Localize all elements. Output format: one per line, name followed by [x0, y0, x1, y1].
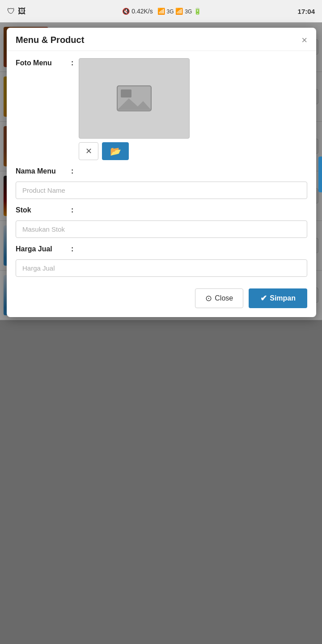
mute-icon: 🔇 [122, 8, 130, 15]
foto-menu-row: Foto Menu : ✕ 📂 [16, 58, 307, 160]
battery-icon: 🔋 [194, 8, 201, 15]
modal-footer: ⊙ Close ✔ Simpan [7, 284, 316, 308]
modal-title: Menu & Product [16, 35, 84, 45]
close-icon: ⊙ [205, 293, 212, 303]
foto-menu-label: Foto Menu [16, 58, 69, 67]
image-placeholder-icon [116, 84, 152, 113]
foto-menu-colon: : [71, 58, 73, 67]
menu-product-modal: Menu & Product × Foto Menu : ✕ [7, 28, 316, 317]
stok-input[interactable] [16, 220, 307, 238]
signal-3g-2: 3G [185, 8, 192, 15]
stok-label: Stok [16, 205, 69, 214]
modal-close-button[interactable]: × [301, 35, 307, 45]
close-label: Close [215, 294, 233, 302]
nama-menu-colon: : [71, 166, 73, 175]
harga-jual-colon: : [71, 244, 73, 253]
nama-menu-label: Nama Menu [16, 166, 69, 175]
status-bar: 🛡 🖼 🔇 0.42K/s 📶 3G 📶 3G 🔋 17:04 [0, 0, 322, 22]
close-button[interactable]: ⊙ Close [195, 288, 243, 308]
status-center: 🔇 0.42K/s 📶 3G 📶 3G 🔋 [122, 8, 201, 15]
svg-rect-1 [121, 89, 131, 97]
wifi-icon: 📶 [157, 8, 165, 15]
time-display: 17:04 [298, 8, 315, 15]
simpan-icon: ✔ [260, 293, 267, 303]
remove-image-button[interactable]: ✕ [79, 142, 98, 160]
status-left: 🛡 🖼 [7, 7, 26, 16]
stok-colon: : [71, 205, 73, 214]
simpan-button[interactable]: ✔ Simpan [249, 288, 307, 308]
signal-3g: 3G [167, 8, 174, 15]
product-name-input[interactable] [16, 182, 307, 199]
speed-indicator: 0.42K/s [131, 8, 153, 15]
stok-row: Stok : [16, 205, 307, 214]
image-icon: 🖼 [18, 7, 26, 16]
harga-jual-label: Harga Jual [16, 244, 69, 253]
modal-header: Menu & Product × [7, 28, 316, 51]
simpan-label: Simpan [270, 294, 296, 302]
upload-image-button[interactable]: 📂 [102, 142, 129, 160]
signal-bars: 📶 [175, 8, 183, 15]
image-preview [79, 58, 190, 139]
status-right: 17:04 [298, 8, 315, 15]
modal-body: Foto Menu : ✕ 📂 [7, 51, 316, 284]
harga-jual-input[interactable] [16, 259, 307, 277]
image-action-buttons: ✕ 📂 [79, 142, 190, 160]
sidebar-accent [318, 157, 322, 192]
shield-icon: 🛡 [7, 7, 15, 16]
harga-jual-row: Harga Jual : [16, 244, 307, 253]
folder-icon: 📂 [110, 146, 121, 157]
nama-menu-row: Nama Menu : [16, 166, 307, 175]
